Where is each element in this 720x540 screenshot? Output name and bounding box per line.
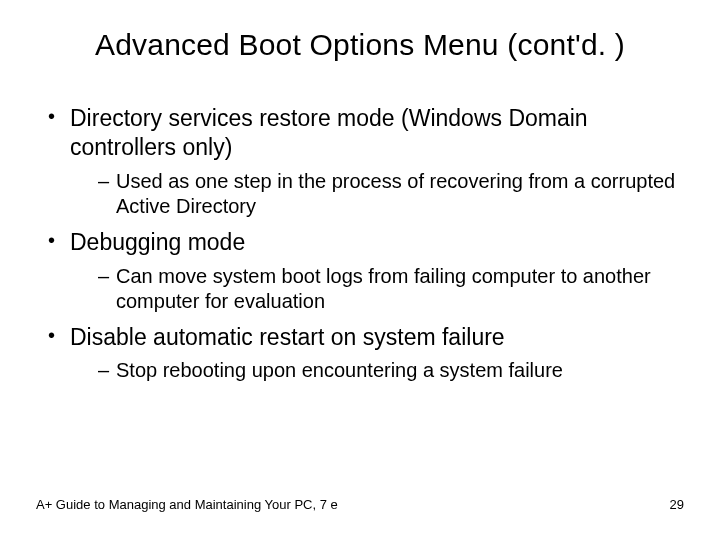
page-number: 29 xyxy=(670,497,684,512)
list-item: Stop rebooting upon encountering a syste… xyxy=(98,358,684,384)
bullet-text: Debugging mode xyxy=(70,229,245,255)
bullet-text: Disable automatic restart on system fail… xyxy=(70,324,505,350)
slide: Advanced Boot Options Menu (cont'd. ) Di… xyxy=(0,0,720,540)
bullet-text: Directory services restore mode (Windows… xyxy=(70,105,588,160)
list-item: Disable automatic restart on system fail… xyxy=(44,323,684,384)
list-item: Debugging mode Can move system boot logs… xyxy=(44,228,684,315)
footer: A+ Guide to Managing and Maintaining You… xyxy=(36,497,684,512)
sub-list: Stop rebooting upon encountering a syste… xyxy=(70,358,684,384)
sub-bullet-text: Can move system boot logs from failing c… xyxy=(116,265,651,313)
bullet-list: Directory services restore mode (Windows… xyxy=(36,104,684,384)
list-item: Directory services restore mode (Windows… xyxy=(44,104,684,220)
list-item: Can move system boot logs from failing c… xyxy=(98,264,684,315)
sub-bullet-text: Stop rebooting upon encountering a syste… xyxy=(116,359,563,381)
sub-list: Can move system boot logs from failing c… xyxy=(70,264,684,315)
footer-left: A+ Guide to Managing and Maintaining You… xyxy=(36,497,338,512)
sub-bullet-text: Used as one step in the process of recov… xyxy=(116,170,675,218)
list-item: Used as one step in the process of recov… xyxy=(98,169,684,220)
slide-title: Advanced Boot Options Menu (cont'd. ) xyxy=(36,28,684,62)
sub-list: Used as one step in the process of recov… xyxy=(70,169,684,220)
